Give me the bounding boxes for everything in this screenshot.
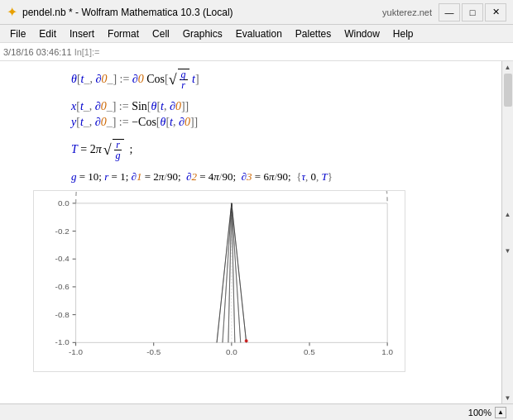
cell-label: In[1]:=	[74, 47, 100, 57]
svg-text:-1.0: -1.0	[69, 347, 84, 356]
scroll-mid-down[interactable]: ▼	[502, 245, 514, 256]
main-area: θ[t_, ∂0_] := ∂0 Cos[ √ g r t ]	[0, 61, 513, 403]
svg-text:-0.6: -0.6	[55, 282, 70, 291]
menu-graphics[interactable]: Graphics	[176, 26, 229, 41]
scroll-down-arrow[interactable]: ▼	[502, 392, 514, 403]
vertical-scrollbar[interactable]: ▲ ▲ ▼ ▼	[501, 61, 513, 403]
menu-evaluation[interactable]: Evaluation	[229, 26, 289, 41]
notebook-content[interactable]: θ[t_, ∂0_] := ∂0 Cos[ √ g r t ]	[0, 61, 501, 403]
equation-T: T = 2π √ r g ;	[71, 139, 493, 160]
menu-help[interactable]: Help	[386, 26, 420, 41]
svg-text:0.0: 0.0	[226, 347, 237, 356]
zoom-percentage: 100%	[468, 408, 491, 418]
window-title: pendel.nb * - Wolfram Mathematica 10.3 (…	[22, 7, 233, 18]
menu-window[interactable]: Window	[338, 26, 386, 41]
scroll-mid-up[interactable]: ▲	[502, 208, 514, 220]
status-bar: 100% ▲	[0, 403, 513, 420]
scroll-thumb[interactable]	[504, 74, 512, 107]
maximize-button[interactable]: □	[462, 3, 483, 21]
equation-theta: θ[t_, ∂0_] := ∂0 Cos[ √ g r t ]	[71, 69, 493, 90]
menu-edit[interactable]: Edit	[32, 26, 63, 41]
timestamp: 3/18/16 03:46:11	[3, 47, 72, 57]
titlebar-left: ✦ pendel.nb * - Wolfram Mathematica 10.3…	[7, 4, 233, 20]
svg-text:0.0: 0.0	[58, 198, 70, 208]
svg-text:-0.4: -0.4	[55, 254, 70, 263]
svg-text:0.5: 0.5	[304, 347, 315, 356]
svg-text:-1.0: -1.0	[55, 337, 70, 346]
menu-bar: File Edit Insert Format Cell Graphics Ev…	[0, 25, 513, 43]
minimize-button[interactable]: —	[439, 3, 460, 21]
scroll-up-arrow[interactable]: ▲	[502, 61, 514, 73]
menu-palettes[interactable]: Palettes	[289, 26, 338, 41]
svg-point-27	[245, 339, 248, 342]
input-cell: θ[t_, ∂0_] := ∂0 Cos[ √ g r t ]	[38, 69, 493, 184]
toolbar: 3/18/16 03:46:11 In[1]:=	[0, 43, 513, 61]
equation-y: y[t_, ∂0_] := −Cos[θ[t, ∂0]]	[71, 116, 493, 129]
zoom-up-button[interactable]: ▲	[495, 407, 506, 418]
equation-params: g = 10; r = 1; ∂1 = 2π/90; ∂2 = 4π/90; ∂…	[71, 170, 493, 184]
svg-text:1.0: 1.0	[381, 347, 393, 356]
menu-insert[interactable]: Insert	[63, 26, 101, 41]
menu-cell[interactable]: Cell	[146, 26, 176, 41]
plot-svg: -1.0 -0.5 0.0 0.5 1.0 0.0 -0.2 -0.4 -	[34, 191, 405, 371]
menu-file[interactable]: File	[3, 26, 32, 41]
svg-rect-0	[35, 191, 404, 371]
menu-format[interactable]: Format	[101, 26, 146, 41]
svg-text:-0.5: -0.5	[146, 347, 161, 356]
svg-text:-0.8: -0.8	[55, 310, 70, 319]
app-icon: ✦	[7, 4, 17, 20]
title-bar: ✦ pendel.nb * - Wolfram Mathematica 10.3…	[0, 0, 513, 25]
window-controls: — □ ✕	[439, 3, 506, 21]
zoom-controls: 100% ▲	[468, 407, 506, 418]
graph-output: -1.0 -0.5 0.0 0.5 1.0 0.0 -0.2 -0.4 -	[33, 190, 405, 372]
equation-x: x[t_, ∂0_] := Sin[θ[t, ∂0]]	[71, 100, 493, 113]
svg-text:-0.2: -0.2	[55, 227, 70, 236]
server-label: yukterez.net	[382, 7, 432, 17]
close-button[interactable]: ✕	[485, 3, 506, 21]
